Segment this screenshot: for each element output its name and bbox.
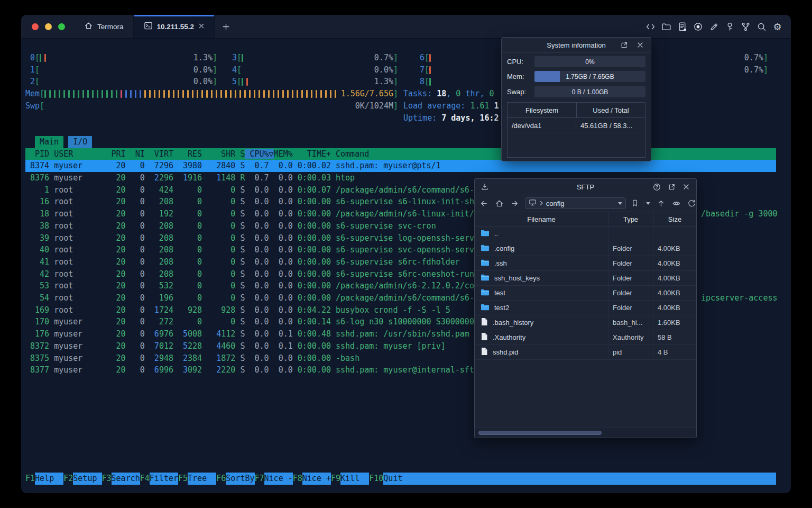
- path-breadcrumb[interactable]: config: [525, 197, 626, 209]
- column-header[interactable]: Used / Total: [577, 103, 645, 117]
- fkey-action-nice-+[interactable]: Nice +: [302, 473, 331, 485]
- file-row[interactable]: .sshFolder4.00KB: [475, 256, 696, 271]
- fkey-F7: F7: [255, 473, 264, 485]
- file-size: 1.60KB: [653, 315, 696, 330]
- close-tab-icon[interactable]: [198, 23, 205, 31]
- htop-tab-main[interactable]: Main: [35, 136, 63, 148]
- search-icon[interactable]: [756, 22, 767, 32]
- help-icon[interactable]: [652, 183, 661, 192]
- cpu-progressbar: 0%: [534, 56, 645, 67]
- file-row[interactable]: sshd.pidpid4 B: [475, 345, 696, 360]
- process-table-header[interactable]: PID USER PRI NI VIRT RES SHR S CPU%▽MEM%…: [25, 148, 776, 160]
- file-name: .Xauthority: [493, 333, 525, 341]
- cpu-meter-3: 3[0.7%]: [227, 52, 398, 64]
- file-row[interactable]: ssh_host_keysFolder4.00KB: [475, 271, 696, 286]
- swap-meter-row: Swap: 0 B / 1.00GB: [507, 86, 645, 97]
- fkey-F10: F10: [369, 473, 383, 485]
- code-icon[interactable]: [645, 22, 656, 32]
- file-row[interactable]: .bash_historybash_hi...1.60KB: [475, 315, 696, 330]
- titlebar: Termora 10.211.55.2: [21, 15, 791, 39]
- status-line: Tasks: 18, 0 thr, 0: [403, 88, 494, 100]
- table-row[interactable]: /dev/vda1 45.61GB / 58.3...: [508, 118, 645, 133]
- tab-ssh-session[interactable]: 10.211.55.2: [134, 15, 215, 38]
- file-row[interactable]: .XauthorityXauthority58 B: [475, 330, 696, 345]
- up-directory-icon[interactable]: [656, 198, 666, 208]
- show-hidden-eye-icon[interactable]: [671, 198, 681, 208]
- column-header-type[interactable]: Type: [608, 212, 653, 226]
- fkey-F1: F1: [25, 473, 35, 485]
- home-icon: [84, 21, 93, 32]
- tab-termora-home[interactable]: Termora: [75, 15, 134, 38]
- branch-icon[interactable]: [741, 22, 751, 32]
- pencil-icon[interactable]: [709, 22, 719, 32]
- htop-tab-io[interactable]: I/O: [68, 136, 92, 148]
- new-tab-button[interactable]: [215, 15, 237, 38]
- document-badge-icon[interactable]: [677, 22, 687, 32]
- computer-icon: [529, 198, 537, 208]
- terminal-icon: [144, 21, 153, 32]
- folder-icon: [481, 229, 490, 239]
- minimize-window-button[interactable]: [45, 23, 52, 30]
- close-icon[interactable]: [681, 183, 690, 192]
- fkey-F5: F5: [178, 473, 188, 485]
- forward-icon[interactable]: [510, 198, 520, 208]
- sftp-toolbar: config: [475, 195, 696, 212]
- column-header-filename[interactable]: Filename: [475, 212, 608, 226]
- scrollbar-thumb[interactable]: [478, 431, 602, 435]
- folder-icon: [481, 274, 490, 283]
- file-size: [653, 226, 696, 241]
- column-header[interactable]: Filesystem: [508, 103, 577, 117]
- swap-label: Swap:: [507, 88, 534, 96]
- app-window: Termora 10.211.55.2: [21, 15, 791, 493]
- fkey-action-setup[interactable]: Setup: [73, 473, 102, 485]
- key-icon[interactable]: [725, 22, 735, 32]
- close-icon[interactable]: [635, 41, 644, 50]
- tab-label: Termora: [97, 23, 124, 31]
- file-list: ...configFolder4.00KB.sshFolder4.00KBssh…: [475, 226, 696, 427]
- fkey-F2: F2: [63, 473, 73, 485]
- sort-column-cpu[interactable]: CPU%▽: [245, 149, 273, 159]
- file-row[interactable]: test2Folder4.00KB: [475, 301, 696, 315]
- refresh-icon[interactable]: [687, 198, 696, 208]
- command-tail-fragment: ipcserver-access: [701, 292, 778, 304]
- file-name: ..: [494, 230, 498, 238]
- popout-icon[interactable]: [667, 183, 676, 192]
- fkey-action-nice--[interactable]: Nice -: [264, 473, 293, 485]
- column-header-size[interactable]: Size: [653, 212, 696, 226]
- bookmark-dropdown-icon[interactable]: [646, 202, 650, 205]
- popout-icon[interactable]: [620, 41, 629, 50]
- horizontal-scrollbar[interactable]: [475, 428, 696, 438]
- bookmark-icon[interactable]: [630, 198, 640, 208]
- file-row[interactable]: .configFolder4.00KB: [475, 241, 696, 256]
- process-row[interactable]: 8374 myuser 20 0 7296 3980 2840 S 0.7 0.…: [25, 160, 776, 172]
- file-size: 4.00KB: [653, 301, 696, 315]
- cpu-meter-4: 4[0.0%]: [227, 64, 398, 76]
- file-size: 4.00KB: [653, 286, 696, 300]
- home-icon[interactable]: [495, 198, 504, 208]
- fkey-action-tree[interactable]: Tree: [188, 473, 216, 485]
- fkey-action-search[interactable]: Search: [112, 473, 140, 485]
- fkey-action-sortby[interactable]: SortBy: [226, 473, 254, 485]
- sftp-header: SFTP: [475, 179, 696, 195]
- fkey-action-kill[interactable]: Kill: [340, 473, 369, 485]
- folder-icon: [481, 259, 490, 268]
- fkey-action-filter[interactable]: Filter: [150, 473, 178, 485]
- cpu-meter-row: CPU: 0%: [507, 56, 645, 67]
- tab-label: 10.211.55.2: [157, 23, 195, 31]
- record-icon[interactable]: [693, 22, 703, 32]
- gear-icon[interactable]: ⚙: [772, 22, 782, 32]
- file-type: [608, 226, 653, 241]
- folder-icon[interactable]: [661, 22, 671, 32]
- close-window-button[interactable]: [32, 23, 39, 30]
- file-row[interactable]: testFolder4.00KB: [475, 286, 696, 301]
- fkey-action-quit[interactable]: Quit: [383, 473, 776, 485]
- system-info-header: System information: [502, 38, 651, 53]
- maximize-window-button[interactable]: [58, 23, 65, 30]
- file-name: sshd.pid: [493, 348, 518, 356]
- back-icon[interactable]: [479, 198, 489, 208]
- chevron-down-icon[interactable]: [618, 202, 622, 205]
- titlebar-toolbar: ⚙: [640, 15, 791, 38]
- file-row[interactable]: ..: [475, 226, 696, 241]
- folder-icon: [481, 244, 490, 253]
- fkey-action-help[interactable]: Help: [35, 473, 63, 485]
